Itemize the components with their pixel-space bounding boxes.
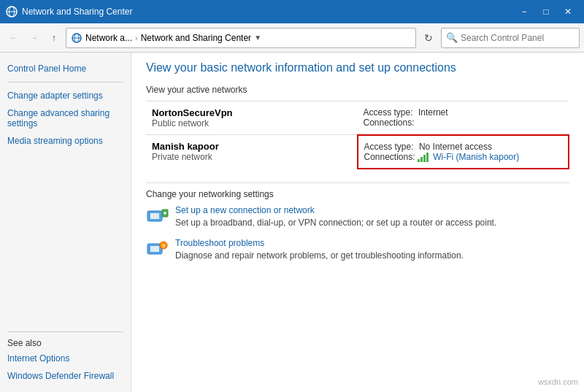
breadcrumb-item-1: Network a... [85, 33, 132, 43]
app-icon [6, 6, 18, 18]
access-label-1: Access type: [364, 107, 413, 118]
sidebar-divider-2 [7, 331, 123, 332]
sidebar-link-sharing[interactable]: Change advanced sharing settings [7, 106, 123, 131]
connections-row-1: Connections: [364, 118, 564, 128]
active-networks-label: View your active networks [146, 85, 569, 95]
svg-rect-12 [150, 246, 159, 252]
search-input[interactable] [461, 33, 575, 43]
breadcrumb-item-2: Network and Sharing Center [141, 33, 251, 43]
title-bar-text: Network and Sharing Center [22, 7, 514, 17]
setting-icon-2: ? [146, 238, 169, 261]
title-bar-controls: − □ ✕ [514, 1, 578, 22]
title-bar: Network and Sharing Center − □ ✕ [0, 0, 584, 23]
sidebar-link-streaming[interactable]: Media streaming options [7, 134, 123, 148]
address-box[interactable]: Network a... › Network and Sharing Cente… [66, 28, 416, 48]
svg-rect-7 [150, 213, 159, 219]
network-name-2: Manish kapoor [152, 141, 351, 152]
see-also-label: See also [7, 338, 123, 348]
setting-item-2: ? Troubleshoot problems Diagnose and rep… [146, 238, 569, 262]
network-name-1: NortonSecureVpn [152, 107, 352, 118]
setting-content-1: Set up a new connection or network Set u… [175, 205, 496, 229]
networking-settings-label: Change your networking settings [146, 182, 569, 199]
conn-label-1: Connections: [364, 118, 415, 128]
networks-table: NortonSecureVpn Public network Access ty… [146, 101, 569, 169]
wifi-connection-link[interactable]: Wi-Fi (Manish kapoor) [433, 152, 519, 162]
setting-content-2: Troubleshoot problems Diagnose and repai… [175, 238, 464, 262]
access-value-2: No Internet access [419, 142, 492, 152]
sidebar-link-firewall[interactable]: Windows Defender Firewall [7, 369, 123, 383]
refresh-button[interactable]: ↻ [419, 28, 438, 47]
access-label-2: Access type: [364, 142, 414, 152]
sidebar-link-home[interactable]: Control Panel Home [7, 61, 123, 76]
maximize-button[interactable]: □ [536, 1, 556, 22]
setting-link-2[interactable]: Troubleshoot problems [175, 238, 464, 248]
address-bar: ← → ↑ Network a... › Network and Sharing… [0, 23, 584, 53]
connections-row-2: Connections: Wi-Fi (Manish kapoor) [364, 152, 563, 163]
table-row: NortonSecureVpn Public network Access ty… [146, 101, 569, 135]
sidebar-divider-1 [7, 82, 123, 82]
search-icon: 🔍 [446, 32, 458, 43]
network-type-2: Private network [152, 152, 351, 162]
setting-icon-1 [146, 205, 169, 228]
back-button[interactable]: ← [4, 29, 22, 47]
setting-link-1[interactable]: Set up a new connection or network [175, 205, 496, 215]
setting-desc-2: Diagnose and repair network problems, or… [175, 250, 464, 261]
up-button[interactable]: ↑ [45, 29, 63, 47]
forward-button[interactable]: → [25, 29, 42, 47]
setting-desc-1: Set up a broadband, dial-up, or VPN conn… [175, 218, 496, 228]
network-icon [71, 32, 82, 44]
content-area: View your basic network information and … [131, 53, 584, 392]
sidebar-link-internet-options[interactable]: Internet Options [7, 351, 123, 366]
network-type-1: Public network [152, 118, 352, 128]
minimize-button[interactable]: − [514, 1, 534, 22]
access-type-row-2: Access type: No Internet access [364, 142, 563, 152]
breadcrumb-separator: › [135, 34, 138, 42]
access-value-1: Internet [418, 107, 448, 118]
sidebar: Control Panel Home Change adapter settin… [0, 53, 131, 392]
address-dropdown-button[interactable]: ▼ [251, 28, 264, 48]
sidebar-link-adapter[interactable]: Change adapter settings [7, 88, 123, 103]
page-title: View your basic network information and … [146, 61, 569, 74]
svg-text:?: ? [162, 243, 166, 250]
search-box[interactable]: 🔍 [441, 28, 580, 48]
close-button[interactable]: ✕ [558, 1, 578, 22]
main-layout: Control Panel Home Change adapter settin… [0, 53, 584, 392]
conn-label-2: Connections: [364, 152, 415, 162]
access-type-row-1: Access type: Internet [364, 107, 564, 118]
setting-item-1: Set up a new connection or network Set u… [146, 205, 569, 229]
watermark: wsxdn.com [538, 377, 578, 386]
wifi-signal-icon [418, 152, 433, 162]
table-row: Manish kapoor Private network Access typ… [146, 135, 569, 169]
